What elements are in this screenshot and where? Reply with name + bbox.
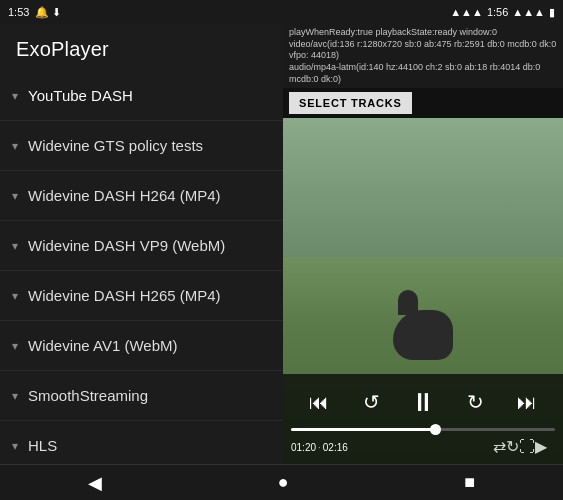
rewind-button[interactable]: ↺	[353, 384, 389, 420]
notification-icons: 🔔 ⬇	[35, 6, 61, 19]
shuffle-button[interactable]: ⇄	[493, 437, 506, 456]
wifi-icon: ▲▲▲	[450, 6, 483, 18]
debug-line1: playWhenReady:true playbackState:ready w…	[289, 27, 557, 39]
pause-button[interactable]: ⏸	[405, 384, 441, 420]
horse-silhouette	[393, 310, 453, 360]
skip-to-start-button[interactable]: ⏮	[301, 384, 337, 420]
chevron-icon: ▾	[12, 189, 18, 203]
debug-bar: playWhenReady:true playbackState:ready w…	[283, 24, 563, 88]
chevron-icon: ▾	[12, 289, 18, 303]
next-button[interactable]: ▶	[535, 437, 547, 456]
menu-item-label: SmoothStreaming	[28, 387, 148, 404]
menu-item-0[interactable]: ▾ YouTube DASH	[0, 71, 283, 121]
left-panel: ExoPlayer ▾ YouTube DASH ▾ Widevine GTS …	[0, 24, 283, 464]
menu-item-4[interactable]: ▾ Widevine DASH H265 (MP4)	[0, 271, 283, 321]
progress-bar-container[interactable]	[283, 424, 563, 433]
video-area: ⏮ ↺ ⏸ ↻ ⏭ 01:20 ·	[283, 118, 563, 464]
back-button[interactable]: ◀	[88, 472, 102, 494]
menu-item-7[interactable]: ▾ HLS	[0, 421, 283, 464]
skip-to-end-button[interactable]: ⏭	[509, 384, 545, 420]
menu-item-1[interactable]: ▾ Widevine GTS policy tests	[0, 121, 283, 171]
menu-item-6[interactable]: ▾ SmoothStreaming	[0, 371, 283, 421]
select-tracks-button[interactable]: SELECT TRACKS	[289, 92, 412, 114]
right-panel: playWhenReady:true playbackState:ready w…	[283, 24, 563, 464]
menu-item-label: YouTube DASH	[28, 87, 133, 104]
time-total: 02:16	[323, 442, 348, 453]
progress-bar-fill	[291, 428, 436, 431]
main-content: ExoPlayer ▾ YouTube DASH ▾ Widevine GTS …	[0, 24, 563, 464]
repeat-button[interactable]: ↻	[506, 437, 519, 456]
menu-item-label: Widevine AV1 (WebM)	[28, 337, 178, 354]
signal-icon: ▲▲▲	[512, 6, 545, 18]
time-row: 01:20 · 02:16 ⇄ ↻ ⛶ ▶	[283, 433, 563, 462]
bottom-nav: ◀ ● ■	[0, 464, 563, 500]
bottom-controls: ⇄ ↻ ⛶ ▶	[485, 435, 555, 460]
menu-item-label: Widevine DASH H265 (MP4)	[28, 287, 221, 304]
menu-item-3[interactable]: ▾ Widevine DASH VP9 (WebM)	[0, 221, 283, 271]
debug-line2: video/avc(id:136 r:1280x720 sb:0 ab:475 …	[289, 39, 557, 62]
chevron-icon: ▾	[12, 139, 18, 153]
time-display: 1:53	[8, 6, 29, 18]
debug-line3: audio/mp4a-latm(id:140 hz:44100 ch:2 sb:…	[289, 62, 557, 85]
time-right: 1:56	[487, 6, 508, 18]
chevron-icon: ▾	[12, 339, 18, 353]
status-bar: 1:53 🔔 ⬇ ▲▲▲ 1:56 ▲▲▲ ▮	[0, 0, 563, 24]
menu-item-2[interactable]: ▾ Widevine DASH H264 (MP4)	[0, 171, 283, 221]
controls-row: ⏮ ↺ ⏸ ↻ ⏭	[283, 380, 563, 424]
player-controls: ⏮ ↺ ⏸ ↻ ⏭ 01:20 ·	[283, 374, 563, 464]
fullscreen-button[interactable]: ⛶	[519, 438, 535, 456]
chevron-icon: ▾	[12, 89, 18, 103]
time-current: 01:20	[291, 442, 316, 453]
home-button[interactable]: ●	[278, 472, 289, 493]
fast-forward-button[interactable]: ↻	[457, 384, 493, 420]
menu-item-label: Widevine DASH H264 (MP4)	[28, 187, 221, 204]
menu-item-label: Widevine GTS policy tests	[28, 137, 203, 154]
progress-bar-track[interactable]	[291, 428, 555, 431]
recents-button[interactable]: ■	[464, 472, 475, 493]
battery-icon: ▮	[549, 6, 555, 19]
menu-list: ▾ YouTube DASH ▾ Widevine GTS policy tes…	[0, 71, 283, 464]
status-bar-left: 1:53 🔔 ⬇	[8, 6, 61, 19]
menu-item-label: HLS	[28, 437, 57, 454]
status-bar-right: ▲▲▲ 1:56 ▲▲▲ ▮	[450, 6, 555, 19]
app-title: ExoPlayer	[0, 24, 283, 71]
chevron-icon: ▾	[12, 439, 18, 453]
menu-item-label: Widevine DASH VP9 (WebM)	[28, 237, 225, 254]
chevron-icon: ▾	[12, 389, 18, 403]
chevron-icon: ▾	[12, 239, 18, 253]
menu-item-5[interactable]: ▾ Widevine AV1 (WebM)	[0, 321, 283, 371]
